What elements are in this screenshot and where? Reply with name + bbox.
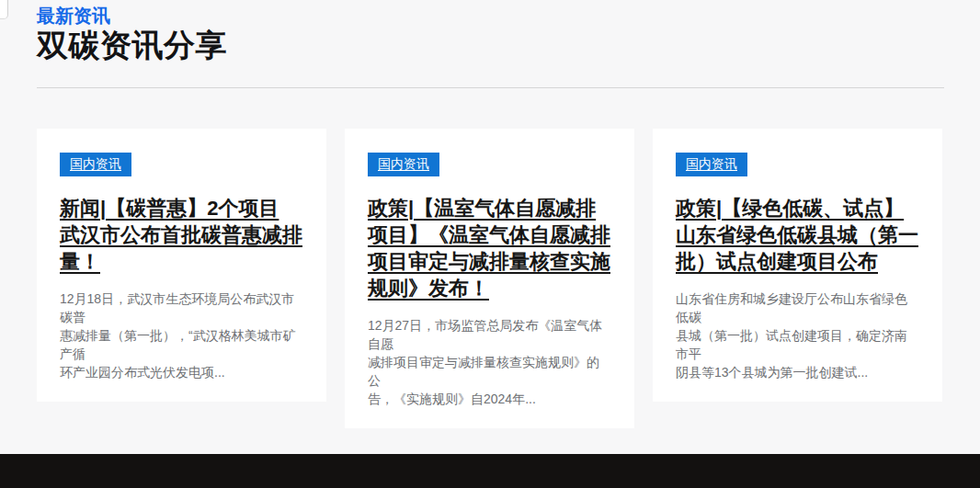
news-card-title-link[interactable]: 政策|【温室气体自愿减排 项目】《温室气体自愿减排 项目审定与减排量核查实施 规… <box>368 195 611 301</box>
news-card-excerpt: 12月27日，市场监管总局发布《温室气体自愿 减排项目审定与减排量核查实施规则》… <box>368 316 611 408</box>
news-card-excerpt: 12月18日，武汉市生态环境局公布武汉市碳普 惠减排量（第一批），“武汉格林美城… <box>60 289 303 381</box>
footer-bar <box>0 454 980 488</box>
category-badge[interactable]: 国内资讯 <box>676 153 747 176</box>
news-card-excerpt: 山东省住房和城乡建设厅公布山东省绿色低碳 县城（第一批）试点创建项目，确定济南市… <box>676 289 919 381</box>
section-eyebrow-link[interactable]: 最新资讯 <box>37 6 110 26</box>
news-card-title-link[interactable]: 政策|【绿色低碳、试点】 山东省绿色低碳县城（第一 批）试点创建项目公布 <box>676 195 919 275</box>
news-card-title-link[interactable]: 新闻|【碳普惠】2个项目 武汉市公布首批碳普惠减排 量！ <box>60 195 303 275</box>
news-card[interactable]: 国内资讯 政策|【温室气体自愿减排 项目】《温室气体自愿减排 项目审定与减排量核… <box>345 129 634 428</box>
news-section: 最新资讯 双碳资讯分享 国内资讯 新闻|【碳普惠】2个项目 武汉市公布首批碳普惠… <box>37 6 943 428</box>
news-card[interactable]: 国内资讯 政策|【绿色低碳、试点】 山东省绿色低碳县城（第一 批）试点创建项目公… <box>653 129 942 402</box>
section-divider <box>37 87 944 88</box>
category-badge[interactable]: 国内资讯 <box>60 153 131 176</box>
news-card-list: 国内资讯 新闻|【碳普惠】2个项目 武汉市公布首批碳普惠减排 量！ 12月18日… <box>37 129 943 428</box>
category-badge[interactable]: 国内资讯 <box>368 153 439 176</box>
window-edge-tab <box>0 0 8 19</box>
page-title: 双碳资讯分享 <box>37 26 943 64</box>
news-card[interactable]: 国内资讯 新闻|【碳普惠】2个项目 武汉市公布首批碳普惠减排 量！ 12月18日… <box>37 129 326 402</box>
